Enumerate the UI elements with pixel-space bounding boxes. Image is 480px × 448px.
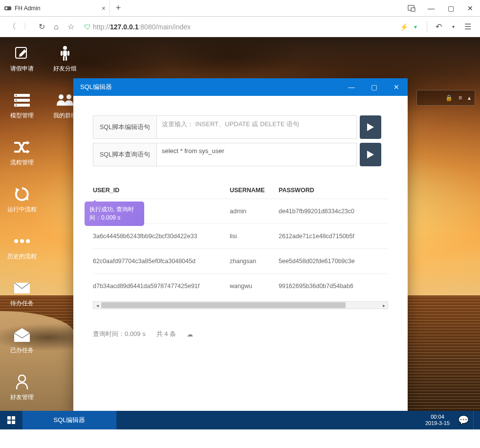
cell-username: zhangsan [230,258,279,265]
nav-home-icon[interactable]: ⌂ [49,20,64,34]
tab-title: FH Admin [15,5,41,12]
desktop-icon-mail[interactable]: 待办任务 [3,280,41,308]
cell-userid: d7b34acd89d6441da59787477425e91f [93,283,230,290]
win-close-icon[interactable]: ✕ [385,78,408,96]
os-minimize-icon[interactable]: ― [421,0,441,16]
pip-icon[interactable] [402,0,421,16]
person-icon [46,45,84,62]
taskbar-clock[interactable]: 00:04 2019-3-15 [421,411,454,429]
scroll-left-icon[interactable]: ◂ [93,303,101,308]
svg-rect-7 [61,51,63,56]
speed-chevron-icon[interactable]: ▾ [408,20,423,34]
os-maximize-icon[interactable]: ▢ [441,0,460,16]
svg-rect-8 [67,51,69,56]
svg-point-24 [20,239,24,243]
edit-icon [3,45,41,62]
mailopen-icon [3,327,41,343]
desktop-icon-label: 已办任务 [3,346,41,355]
scroll-right-icon[interactable]: ▸ [380,303,388,308]
lock-icon[interactable]: 🔒 [445,94,453,101]
table-header: USER_ID USERNAME PASSWORD [93,182,388,199]
sql-editor-window: SQL编辑器 ― ▢ ✕ SQL脚本编辑语句 SQL脚本查询语句 执行成功, 查… [73,78,408,413]
desktop-icon-user[interactable]: 好友管理 [3,374,41,402]
taskbar: SQL编辑器 00:04 2019-3-15 💬 [0,411,480,429]
nav-forward-icon[interactable]: 〉 [20,20,34,34]
table-row[interactable]: d7b34acd89d6441da59787477425e91fwangwu99… [93,273,388,298]
taskbar-item-label: SQL编辑器 [53,416,85,425]
svg-rect-14 [16,95,17,96]
run-edit-button[interactable] [360,115,381,139]
run-query-button[interactable] [360,143,381,166]
list-icon[interactable]: ≡ [458,94,462,101]
show-desktop[interactable] [473,411,480,429]
nav-reload-icon[interactable]: ↻ [34,20,49,34]
os-titlebar: FH Admin × + ― ▢ ✕ [0,0,480,17]
chevron-up-icon[interactable]: ▴ [468,94,471,101]
svg-marker-20 [27,150,30,154]
speed-icon[interactable]: ⚡ [400,23,408,31]
result-footer: 查询时间：0.009 s 共 4 条 ☁ [93,330,388,338]
svg-rect-3 [411,8,415,11]
tab-close-icon[interactable]: × [102,4,106,12]
desktop-icon-label: 历史的流程 [3,252,41,261]
side-panel[interactable]: 🔒 ≡ ▴ [416,90,475,106]
scrollbar-thumb[interactable] [101,302,346,308]
svg-rect-10 [65,56,67,61]
cloud-icon[interactable]: ☁ [187,331,193,338]
svg-point-18 [66,94,71,99]
desktop-icon-shuffle[interactable]: 流程管理 [3,139,41,167]
nav-favorite-icon[interactable]: ☆ [64,20,78,34]
desktop-icon-label: 模型管理 [3,112,41,120]
win-minimize-icon[interactable]: ― [340,78,363,96]
desktop-icon-label: 运行中流程 [3,205,41,214]
nav-back-icon[interactable]: 〈 [5,20,20,34]
svg-rect-32 [7,416,11,420]
desktop-icon-person[interactable]: 好友分组 [46,45,84,73]
win-maximize-icon[interactable]: ▢ [363,78,385,96]
menu-icon[interactable]: ☰ [460,20,475,34]
desktop-icon-edit[interactable]: 请假申请 [3,45,41,73]
cell-userid: 3a6c44458b6243fbb9c2bcf30d422e33 [93,233,230,240]
desktop-icon-label: 好友管理 [3,393,41,402]
cell-password: 99162695b36d0b7d54bab6 [279,283,376,290]
svg-rect-9 [63,56,65,61]
os-close-icon[interactable]: ✕ [460,0,480,16]
query-time: 查询时间：0.009 s [93,330,146,338]
table-row[interactable]: 62c0aafd97704c3a85ef0fca3048045dzhangsan… [93,248,388,273]
desktop-icon-refresh[interactable]: 运行中流程 [3,186,41,214]
desktop-icon-label: 待办任务 [3,299,41,308]
edit-sql-label: SQL脚本编辑语句 [93,115,156,139]
url-path: :8080/main/index [138,23,191,31]
svg-rect-16 [16,105,17,106]
desktop-icon-mailopen[interactable]: 已办任务 [3,327,41,355]
tray-chat-icon[interactable]: 💬 [454,411,473,429]
new-tab-button[interactable]: + [110,0,127,16]
row-count: 共 4 条 [156,330,176,338]
browser-tab[interactable]: FH Admin × [0,0,110,16]
start-button[interactable] [0,411,22,429]
edit-sql-input[interactable] [156,115,357,139]
svg-rect-34 [7,421,11,424]
svg-point-25 [26,239,30,243]
desktop-icon-stack[interactable]: 模型管理 [3,92,41,120]
user-icon [3,374,41,390]
undo-icon[interactable]: ↶ [431,20,446,34]
sql-window-titlebar[interactable]: SQL编辑器 ― ▢ ✕ [73,78,408,96]
result-table: 执行成功, 查询时间：0.009 s USER_ID USERNAME PASS… [93,182,388,309]
refresh-icon [3,186,41,202]
table-row[interactable]: 3a6c44458b6243fbb9c2bcf30d422e33lisi2612… [93,224,388,248]
taskbar-item-sql[interactable]: SQL编辑器 [22,411,116,429]
horizontal-scrollbar[interactable]: ◂ ▸ [93,301,388,309]
mail-icon [3,280,41,296]
clock-date: 2019-3-15 [425,420,450,426]
svg-point-5 [63,46,67,50]
shield-icon: 🛡 [84,23,91,31]
desktop-icon-more[interactable]: 历史的流程 [3,233,41,261]
svg-marker-19 [27,141,30,145]
query-sql-input[interactable] [156,143,357,166]
undo-chevron-icon[interactable]: ▾ [446,20,460,34]
query-sql-label: SQL脚本查询语句 [93,143,156,166]
svg-rect-35 [12,421,15,424]
url-display[interactable]: http://127.0.0.1:8080/main/index [93,23,191,31]
svg-marker-31 [367,151,374,158]
